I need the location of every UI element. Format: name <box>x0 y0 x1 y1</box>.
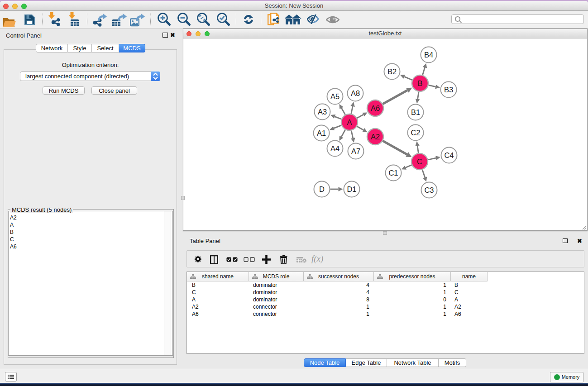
svg-text:A6: A6 <box>371 104 380 112</box>
svg-text:D1: D1 <box>347 185 356 193</box>
svg-text:A3: A3 <box>318 108 327 116</box>
svg-text:C1: C1 <box>388 169 398 177</box>
svg-text:B2: B2 <box>387 67 397 76</box>
svg-text:C4: C4 <box>444 151 454 159</box>
svg-text:B: B <box>417 79 422 87</box>
svg-text:C3: C3 <box>424 186 434 194</box>
svg-text:A5: A5 <box>330 92 339 100</box>
svg-text:B4: B4 <box>424 51 433 59</box>
svg-text:D: D <box>319 185 325 193</box>
svg-text:C2: C2 <box>411 129 420 137</box>
svg-text:A4: A4 <box>330 144 339 152</box>
svg-text:A1: A1 <box>317 129 326 137</box>
svg-text:C: C <box>417 157 422 166</box>
svg-text:A7: A7 <box>351 147 360 155</box>
svg-text:A: A <box>347 118 352 126</box>
svg-text:B3: B3 <box>444 86 453 94</box>
svg-text:A2: A2 <box>371 133 380 141</box>
svg-text:A8: A8 <box>351 89 360 97</box>
svg-text:B1: B1 <box>411 108 420 116</box>
